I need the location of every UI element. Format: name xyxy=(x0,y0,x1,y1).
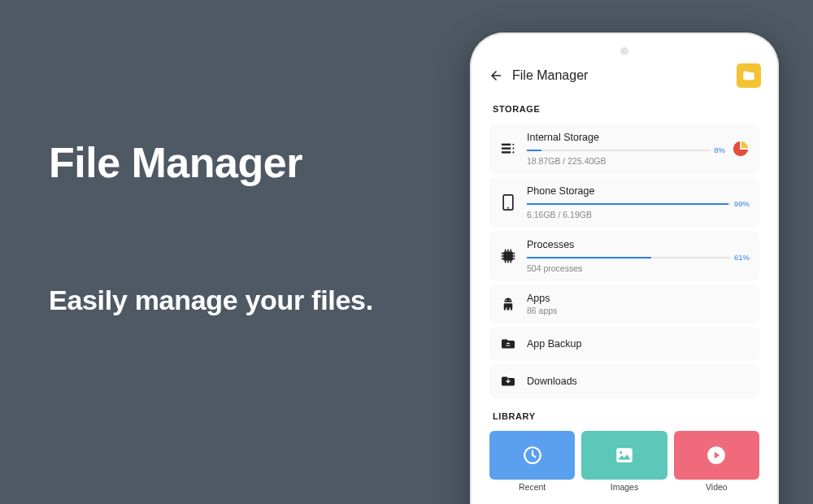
storage-downloads[interactable]: Downloads xyxy=(489,364,759,398)
phone-frame: File Manager STORAGE Internal Storage 8%… xyxy=(470,33,779,504)
storage-processes[interactable]: Processes 61% 504 processes xyxy=(489,231,759,281)
storage-processes-progress xyxy=(527,257,731,259)
arrow-left-icon xyxy=(489,68,503,83)
storage-backup-title: App Backup xyxy=(527,338,750,350)
svg-point-4 xyxy=(512,148,514,150)
library-images[interactable]: Images xyxy=(581,431,667,492)
storage-internal-percent: 8% xyxy=(714,146,725,154)
svg-point-3 xyxy=(512,144,514,146)
svg-rect-24 xyxy=(616,448,633,462)
storage-internal-title: Internal Storage xyxy=(527,132,725,143)
storage-internal-detail: 18.87GB / 225.40GB xyxy=(527,156,725,166)
folder-icon xyxy=(742,69,755,82)
storage-apps[interactable]: Apps 86 apps xyxy=(489,285,759,324)
svg-rect-0 xyxy=(502,144,511,146)
library-recent[interactable]: Recent xyxy=(489,431,575,492)
storage-phone-title: Phone Storage xyxy=(527,185,750,197)
section-storage: STORAGE xyxy=(481,94,767,120)
storage-phone-detail: 6.16GB / 6.19GB xyxy=(527,210,750,219)
app-title: File Manager xyxy=(512,68,588,83)
library-video-label: Video xyxy=(674,482,759,492)
storage-phone[interactable]: Phone Storage 99% 6.16GB / 6.19GB xyxy=(489,177,759,228)
storage-downloads-title: Downloads xyxy=(527,376,750,387)
storage-processes-title: Processes xyxy=(527,239,750,250)
image-icon xyxy=(614,445,635,466)
library-grid: Recent Images Video xyxy=(481,428,767,492)
storage-phone-percent: 99% xyxy=(734,199,750,208)
library-recent-label: Recent xyxy=(489,482,575,492)
storage-processes-detail: 504 processes xyxy=(527,263,750,273)
storage-phone-progress xyxy=(527,203,731,205)
app-bar: File Manager xyxy=(481,60,767,94)
svg-point-7 xyxy=(507,207,509,209)
android-icon xyxy=(499,295,517,313)
storage-icon xyxy=(499,140,517,158)
back-button[interactable] xyxy=(488,67,504,84)
library-images-label: Images xyxy=(581,482,667,492)
clock-icon xyxy=(522,445,543,466)
section-library: LIBRARY xyxy=(481,402,767,428)
storage-internal[interactable]: Internal Storage 8% 18.87GB / 225.40GB xyxy=(489,124,759,174)
cpu-icon xyxy=(499,247,517,265)
svg-rect-1 xyxy=(502,147,511,149)
svg-rect-2 xyxy=(502,151,511,153)
pie-chart-icon xyxy=(732,140,750,158)
svg-point-22 xyxy=(510,300,511,302)
backup-icon xyxy=(499,335,517,353)
play-icon xyxy=(706,445,727,466)
hero-title: File Manager xyxy=(49,138,472,187)
svg-point-21 xyxy=(506,300,507,302)
folder-button[interactable] xyxy=(737,63,761,88)
svg-rect-8 xyxy=(503,251,513,261)
svg-point-5 xyxy=(512,151,514,153)
svg-point-25 xyxy=(620,451,622,454)
storage-processes-percent: 61% xyxy=(734,253,750,262)
hero-subtitle: Easily manage your files. xyxy=(49,285,472,316)
phone-icon xyxy=(499,193,517,211)
analysis-button[interactable] xyxy=(732,140,750,158)
phone-notch xyxy=(620,47,628,55)
storage-backup[interactable]: App Backup xyxy=(489,327,759,361)
storage-apps-detail: 86 apps xyxy=(527,306,750,315)
downloads-icon xyxy=(499,372,517,390)
storage-apps-title: Apps xyxy=(527,293,750,304)
storage-internal-progress xyxy=(527,150,711,151)
library-video[interactable]: Video xyxy=(674,431,759,492)
hero: File Manager Easily manage your files. xyxy=(49,138,472,316)
phone-screen: File Manager STORAGE Internal Storage 8%… xyxy=(481,60,767,504)
